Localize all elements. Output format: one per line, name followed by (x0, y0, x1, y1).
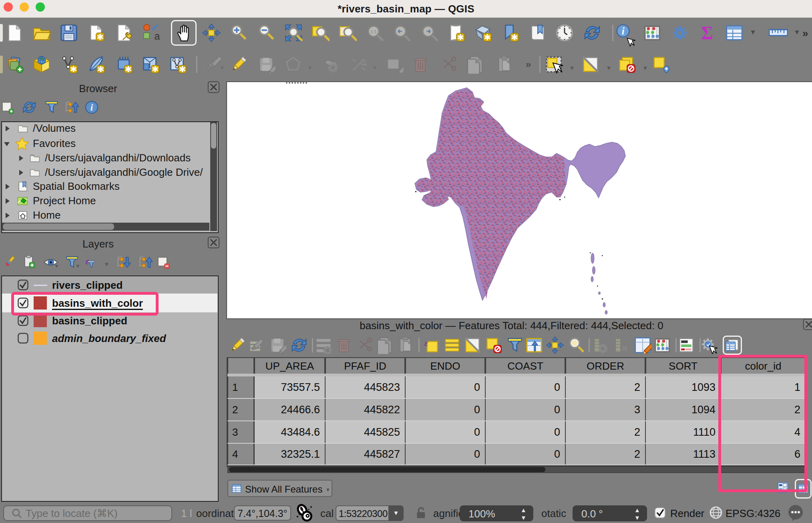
svg-text:1:1: 1:1 (370, 29, 377, 34)
svg-text:i: i (622, 26, 625, 36)
svg-text:i: i (90, 103, 93, 113)
svg-text:Σ: Σ (701, 23, 713, 42)
svg-text:a: a (155, 30, 160, 42)
svg-text:ε: ε (424, 338, 428, 348)
